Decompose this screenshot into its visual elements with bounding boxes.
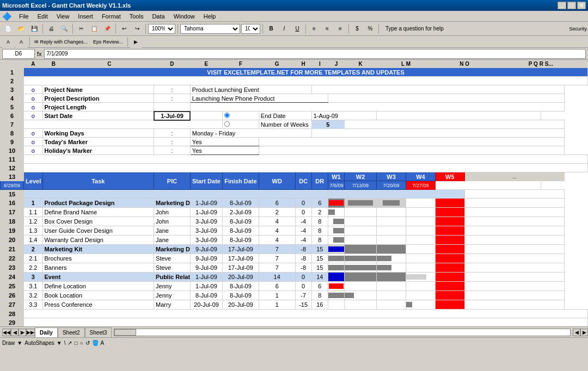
- close-btn[interactable]: ✕: [577, 2, 586, 9]
- menu-insert[interactable]: Insert: [75, 12, 96, 21]
- tab-scroll-right[interactable]: ▶▶: [26, 329, 35, 336]
- save-btn[interactable]: 💾: [28, 23, 40, 35]
- col-A[interactable]: A: [24, 60, 42, 68]
- cut-btn[interactable]: ✂: [75, 23, 87, 35]
- header-cell: VISIT EXCELTEMPLATE.NET FOR MORE TEMPLAT…: [24, 68, 588, 77]
- format-btn2[interactable]: A: [2, 36, 14, 48]
- col-rest[interactable]: P Q R S...: [494, 60, 587, 68]
- task11-start: 1-Jul-09: [190, 208, 222, 217]
- oval-tool[interactable]: ○: [79, 340, 83, 346]
- col-G[interactable]: G: [259, 60, 295, 68]
- col-J[interactable]: J: [328, 60, 344, 68]
- col-C[interactable]: C: [65, 60, 154, 68]
- tab-scroll-next[interactable]: ▶: [19, 329, 26, 336]
- scroll-right-btn[interactable]: ▶: [580, 329, 588, 336]
- row-27: 27 3.3 Press Conference Marry 20-Jul-09 …: [1, 300, 588, 310]
- menu-view[interactable]: View: [53, 12, 73, 21]
- color-fill-tool[interactable]: 🪣: [92, 340, 99, 346]
- col-I[interactable]: I: [311, 60, 328, 68]
- menu-tools[interactable]: Tools: [126, 12, 147, 21]
- col-W2[interactable]: N O: [435, 60, 494, 68]
- open-btn[interactable]: 📂: [15, 23, 27, 35]
- col-B[interactable]: B: [42, 60, 65, 68]
- maximize-btn[interactable]: □: [567, 2, 576, 9]
- paste-btn[interactable]: 📌: [101, 23, 113, 35]
- underline-btn[interactable]: U: [291, 23, 303, 35]
- weeks-label: Number of Weeks: [259, 120, 311, 129]
- italic-btn[interactable]: I: [278, 23, 290, 35]
- line-tool[interactable]: \: [64, 340, 66, 346]
- preview-btn[interactable]: 🔍: [58, 23, 70, 35]
- rownum-10: 10: [1, 146, 24, 155]
- weeks-radio[interactable]: [224, 121, 230, 127]
- menu-icon: 🔷: [2, 12, 11, 21]
- more-btn[interactable]: ▶: [130, 36, 142, 48]
- minimize-btn[interactable]: _: [558, 2, 566, 9]
- dr-header: DR: [311, 172, 328, 190]
- sheet-tab-daily[interactable]: Daily: [35, 327, 58, 337]
- scroll-left-btn[interactable]: ◀: [573, 329, 580, 336]
- menu-help[interactable]: Help: [200, 12, 219, 21]
- print-btn[interactable]: 🖨: [45, 23, 57, 35]
- col-K[interactable]: K: [344, 60, 376, 68]
- zoom-select[interactable]: 100%: [148, 24, 175, 34]
- rotate-tool[interactable]: ↺: [85, 340, 90, 346]
- name-box[interactable]: [2, 49, 35, 59]
- review-label: ✉ Reply with Changes...: [34, 39, 88, 45]
- end-date-radio[interactable]: [224, 113, 230, 118]
- tab-scroll-prev[interactable]: ◀: [11, 329, 19, 336]
- menu-file[interactable]: File: [16, 12, 32, 21]
- align-right-btn[interactable]: ≡: [334, 23, 346, 35]
- align-left-btn[interactable]: ≡: [308, 23, 320, 35]
- menu-format[interactable]: Format: [99, 12, 124, 21]
- sheet-tab-sheet2[interactable]: Sheet2: [58, 327, 85, 337]
- align-center-btn[interactable]: ≡: [321, 23, 333, 35]
- col-E[interactable]: E: [190, 60, 222, 68]
- menu-data[interactable]: Data: [149, 12, 168, 21]
- percent-btn[interactable]: %: [364, 23, 376, 35]
- format-btn3[interactable]: A: [15, 36, 27, 48]
- bold-btn[interactable]: B: [265, 23, 277, 35]
- formula-input[interactable]: [44, 49, 586, 59]
- new-btn[interactable]: 📄: [2, 23, 14, 35]
- window-controls[interactable]: _ □ ✕: [558, 2, 586, 9]
- rownum-5: 5: [1, 103, 24, 112]
- row-23: 23 2.2 Banners Steve 9-Jul-09 17-Jul-09 …: [1, 263, 588, 273]
- redo-btn[interactable]: ↪: [131, 23, 143, 35]
- col-D[interactable]: D: [154, 60, 191, 68]
- security-btn[interactable]: Security...: [574, 23, 586, 35]
- horizontal-scrollbar[interactable]: [114, 329, 571, 336]
- rect-tool[interactable]: □: [74, 340, 77, 346]
- tab-scroll-left[interactable]: ◀◀: [2, 329, 11, 336]
- sheet-tab-sheet3[interactable]: Sheet3: [85, 327, 112, 337]
- scrollbar-thumb[interactable]: [114, 329, 136, 336]
- col-F[interactable]: F: [223, 60, 259, 68]
- row-2: 2: [1, 77, 588, 85]
- undo-btn[interactable]: ↩: [118, 23, 130, 35]
- menu-window[interactable]: Window: [170, 12, 198, 21]
- col-W1[interactable]: L M: [377, 60, 436, 68]
- menu-edit[interactable]: Edit: [34, 12, 51, 21]
- row-26: 26 3.2 Book Location Jenny 8-Jul-09 8-Ju…: [1, 291, 588, 300]
- indicator-8: o: [24, 129, 42, 138]
- rownum-1: 1: [1, 68, 24, 77]
- proj-desc-label: Project Description: [42, 94, 154, 103]
- col-H[interactable]: H: [295, 60, 311, 68]
- draw-label[interactable]: Draw: [2, 340, 15, 346]
- start-date-header: Start Date: [190, 172, 222, 190]
- font-select[interactable]: Tahoma: [180, 24, 240, 34]
- weeks-value[interactable]: 5: [311, 120, 344, 129]
- w5-header: W5: [435, 172, 464, 181]
- currency-btn[interactable]: $: [351, 23, 363, 35]
- copy-btn[interactable]: 📋: [88, 23, 100, 35]
- indicator-5: o: [24, 103, 42, 112]
- font-size-select[interactable]: 10: [241, 24, 260, 34]
- arrow-tool[interactable]: ↗: [68, 340, 72, 346]
- task1-dr: 6: [311, 199, 328, 208]
- autoshapes-label[interactable]: AutoShapes: [24, 340, 54, 346]
- start-date-input[interactable]: 1-Jul-09: [154, 112, 191, 120]
- working-days-label: Working Days: [42, 129, 154, 138]
- sep-5: [177, 24, 178, 34]
- working-days-value: Monday - Friday: [190, 129, 311, 138]
- font-color-tool[interactable]: A: [101, 340, 105, 346]
